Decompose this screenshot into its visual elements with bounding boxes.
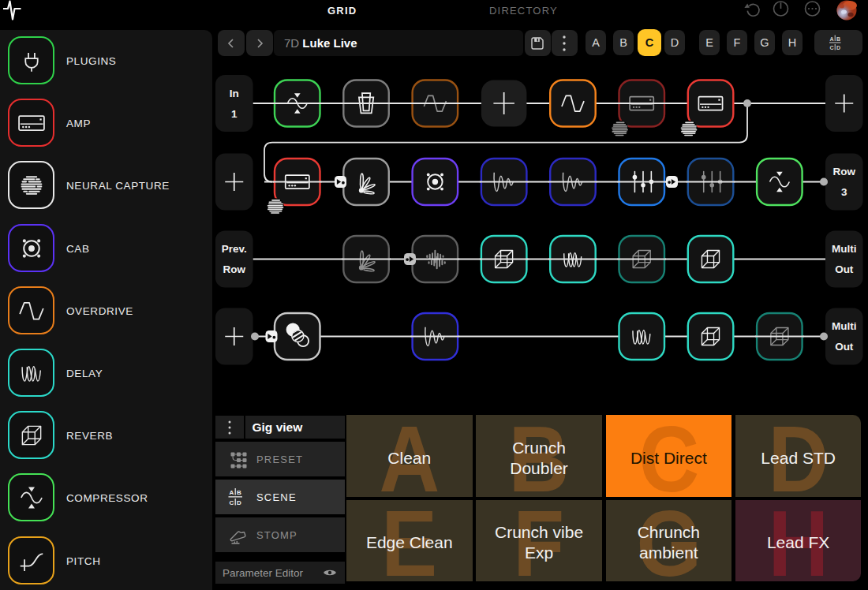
svg-text:1: 1 bbox=[231, 108, 238, 120]
svg-text:Prev.: Prev. bbox=[222, 243, 247, 255]
svg-text:D: D bbox=[237, 499, 241, 506]
svg-text:3: 3 bbox=[841, 186, 847, 198]
svg-text:In: In bbox=[230, 88, 239, 99]
svg-text:Out: Out bbox=[835, 263, 854, 275]
svg-text:A: A bbox=[230, 489, 234, 496]
svg-text:Multi: Multi bbox=[832, 320, 857, 332]
svg-text:B: B bbox=[237, 489, 241, 496]
svg-text:Out: Out bbox=[835, 341, 854, 353]
svg-text:Row: Row bbox=[833, 166, 856, 177]
svg-text:C: C bbox=[230, 499, 234, 506]
svg-text:Row: Row bbox=[223, 263, 246, 275]
svg-text:Multi: Multi bbox=[832, 243, 857, 255]
